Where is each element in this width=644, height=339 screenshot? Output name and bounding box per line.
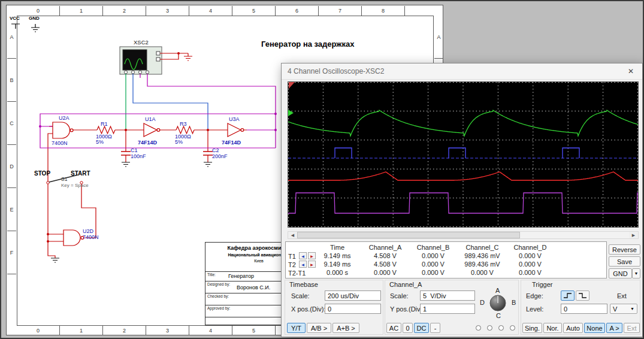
channel-scale-input[interactable] [420,290,475,301]
timebase-scale-input[interactable] [325,290,381,301]
trigger-level-input[interactable] [561,304,607,314]
cursor-readout-panel: Time Channel_A Channel_B Channel_C Chann… [285,241,607,279]
falling-edge-button[interactable] [576,290,589,301]
r3-tolerance: 5% [175,139,183,145]
ruler-cell: 0 [17,6,60,16]
trigger-level-label: Level: [526,305,543,313]
ruler-cell: 5 [232,326,276,335]
trigger-group: Trigger Edge: Ext Level: V ▼ Sing. Nor. … [521,280,640,335]
r1-ref: R1 [101,121,108,127]
unit-value: V [613,305,617,313]
t2-t1-channel-a: 0.000 V [360,269,410,276]
start-label: START [71,170,90,177]
t2-t1-channel-b: 0.000 V [408,269,458,276]
channel-radio[interactable] [498,325,504,331]
t2-cursor-left-button[interactable]: ◀ [299,261,307,268]
timebase-xpos-input[interactable] [325,304,381,314]
ab-mode-button[interactable]: A/B > [307,323,331,333]
trigger-normal-button[interactable]: Nor. [543,323,562,333]
ruler-cell: C [7,102,16,145]
reverse-button[interactable]: Reverse [609,244,640,255]
coupling-zero-button[interactable]: 0 [403,323,413,333]
scrollbar-thumb[interactable] [297,232,520,238]
ruler-cell: 3 [146,326,189,335]
dial-letter-a[interactable]: A [495,287,500,294]
approved-label: Approved by: [207,306,230,310]
timebase-group: Timebase Scale: X pos.(Div): Y/T A/B > A… [285,280,383,335]
u3a-ref: U3A [229,116,240,122]
t2-row-label: T2 [288,261,296,268]
channel-ypos-input[interactable] [420,304,475,314]
trigger-auto-button[interactable]: Auto [563,323,583,333]
t2-t1-time: 0.000 s [312,269,362,276]
u2d-part: 7400N [83,234,99,240]
ground-dropdown-icon[interactable]: ▼ [632,268,640,279]
ground-reference-button[interactable]: GND [609,268,632,279]
title-label: Title: [207,273,216,277]
scope-ref-label[interactable]: XSC2 [134,39,149,46]
dial-letter-c[interactable]: C [496,312,501,319]
left-arrow-icon: ◀ [301,262,304,267]
t1-channel-c: 989.436 mV [457,252,507,259]
trigger-level-unit-select[interactable]: V ▼ [610,304,637,314]
col-header-channel-a: Channel_A [360,244,410,251]
vcc-label: VCC [10,16,20,21]
u2a-part: 7400N [52,140,68,146]
scroll-left-icon[interactable]: ◀ [288,232,297,238]
trigger-single-button[interactable]: Sing. [522,323,542,333]
trigger-source-a-button[interactable]: A > [606,323,622,333]
t2-channel-a: 4.508 V [360,261,410,268]
dialog-titlebar[interactable]: 4 Channel Oscilloscope-XSC2 ✕ [282,63,642,80]
coupling-ac-button[interactable]: AC [386,323,401,333]
ruler-cell: 1 [60,326,103,335]
channel-radio[interactable] [476,325,481,331]
s1-key-hint: Key = Space [61,183,89,188]
t1-channel-a: 4.508 V [360,252,410,259]
timebase-xpos-label: X pos.(Div): [291,305,325,313]
col-header-channel-c: Channel_C [457,244,507,251]
coupling-dc-button[interactable]: DC [414,323,429,333]
dial-letter-d[interactable]: D [480,299,485,306]
coupling-minus-button[interactable]: - [430,323,440,333]
oscilloscope-dialog[interactable]: 4 Channel Oscilloscope-XSC2 ✕ ◀ ▶ Time C… [281,63,643,337]
save-button[interactable]: Save [609,256,640,267]
channel-a-level-marker[interactable] [288,110,294,116]
ruler-cell: 7 [319,6,362,16]
ruler-cell: A [7,16,16,59]
dialog-title: 4 Channel Oscilloscope-XSC2 [288,67,384,75]
yt-mode-button[interactable]: Y/T [287,323,306,333]
display-markers [288,82,638,227]
timebase-scale-label: Scale: [291,292,310,299]
channel-radio[interactable] [510,325,515,331]
u3a-part: 74F14D [222,140,241,146]
channel-radio[interactable] [487,325,492,331]
oscilloscope-display[interactable] [288,81,639,228]
ruler-cell: B [7,59,16,102]
ruler-cell: A [434,16,443,59]
designed-label: Designed by: [207,282,230,286]
t1-cursor-left-button[interactable]: ◀ [299,252,307,259]
r3-ref: R3 [180,121,187,127]
u2a-ref: U2A [59,115,69,121]
rising-edge-button[interactable] [561,290,575,301]
c1-value: 100nF [131,153,146,159]
trigger-ext-button[interactable]: Ext [624,323,640,333]
scroll-right-icon[interactable]: ▶ [629,232,638,238]
ruler-cell: 3 [146,6,189,16]
close-icon[interactable]: ✕ [621,63,641,79]
trigger-none-button[interactable]: None [584,323,605,333]
col-header-channel-d: Channel_D [505,244,555,251]
t1-channel-d: 0.000 V [505,252,555,259]
trigger-ext-label: Ext [617,292,627,299]
trigger-position-marker[interactable] [289,82,295,89]
ruler-cell: 8 [362,6,405,16]
ruler-cell: E [7,188,16,231]
display-scrollbar[interactable]: ◀ ▶ [288,231,639,239]
c2-ref: C2 [212,147,219,153]
dial-letter-b[interactable]: B [512,299,516,306]
channel-group-label: Channel_A [389,281,422,288]
ruler-cell: 2 [103,6,146,16]
a-plus-b-mode-button[interactable]: A+B > [332,323,359,333]
ruler-cell: 2 [103,326,146,335]
ruler-cell: 4 [189,6,232,16]
